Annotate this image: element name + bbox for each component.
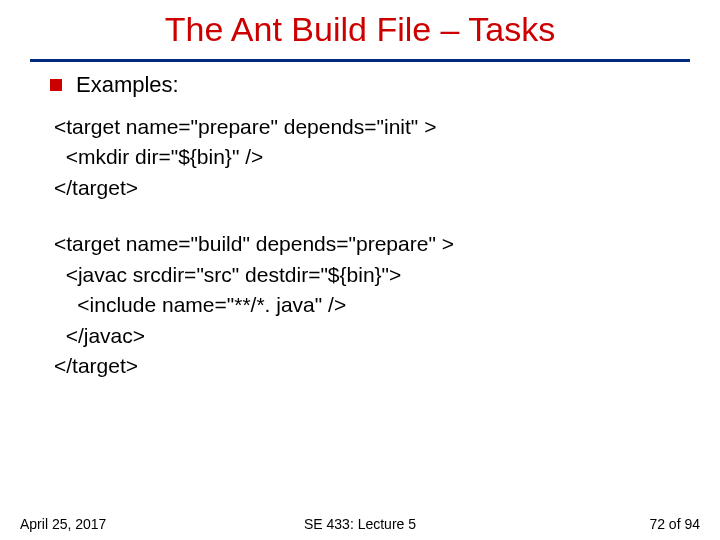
slide: The Ant Build File – Tasks Examples: <ta… — [0, 0, 720, 540]
bullet-icon — [50, 79, 62, 91]
footer-page: 72 of 94 — [649, 516, 700, 532]
code-block-1: <target name="prepare" depends="init" > … — [54, 112, 690, 203]
slide-body: Examples: <target name="prepare" depends… — [0, 72, 720, 382]
code-block-2: <target name="build" depends="prepare" >… — [54, 229, 690, 381]
footer-course: SE 433: Lecture 5 — [0, 516, 720, 532]
bullet-label: Examples: — [76, 72, 179, 98]
title-divider — [30, 59, 690, 62]
slide-title: The Ant Build File – Tasks — [0, 0, 720, 55]
bullet-item: Examples: — [50, 72, 690, 98]
